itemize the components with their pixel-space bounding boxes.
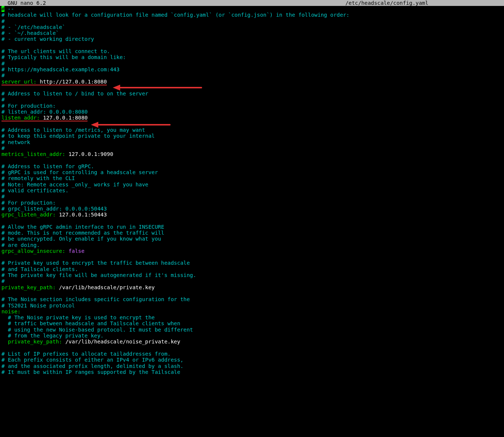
editor-line[interactable] — [1, 157, 503, 163]
comment-text: # The Noise private key is used to encry… — [1, 314, 155, 320]
editor-line[interactable]: # — [1, 97, 503, 102]
editor-line[interactable]: # Note: Remote access _only_ works if yo… — [1, 182, 503, 187]
editor-line[interactable]: # and the associated prefix length, deli… — [1, 363, 503, 369]
editor-line[interactable]: private_key_path: /var/lib/headscale/pri… — [1, 284, 503, 290]
editor-line[interactable]: # The Noise section includes specific co… — [1, 296, 503, 302]
editor-line[interactable]: # grpc_listen_addr: 0.0.0.0:50443 — [1, 206, 503, 212]
comment-text: # network — [1, 139, 30, 145]
comment-text: # grpc_listen_addr: 0.0.0.0:50443 — [1, 206, 107, 212]
comment-text: # listen_addr: 0.0.0.0:8080 — [1, 109, 88, 115]
editor-line[interactable]: # For production: — [1, 200, 503, 206]
editor-line[interactable]: # — [1, 278, 503, 284]
yaml-keyvalue: grpc_listen_addr: 127.0.0.1:50443 — [1, 212, 107, 218]
editor-line[interactable]: # The url clients will connect to. — [1, 48, 503, 54]
comment-text: # The url clients will connect to. — [1, 48, 110, 54]
editor-line[interactable]: # headscale will look for a configuratio… — [1, 12, 503, 18]
editor-line[interactable]: # https://myheadscale.example.com:443 — [1, 66, 503, 72]
editor-line[interactable]: # TS2021 Noise protocol — [1, 303, 503, 309]
editor-line[interactable]: # Typically this will be a domain like: — [1, 54, 503, 60]
editor-line[interactable]: # remotely with the CLI — [1, 175, 503, 181]
editor-line[interactable]: # Address to listen to /metrics, you may… — [1, 127, 503, 133]
editor-line[interactable]: grpc_allow_insecure: false — [1, 248, 503, 254]
editor-line[interactable]: # It must be within IP ranges supported … — [1, 369, 503, 375]
comment-text: # — [1, 61, 5, 66]
editor-line[interactable]: # traffic between headscale and Tailscal… — [1, 320, 503, 326]
comment-text: # https://myheadscale.example.com:443 — [1, 66, 119, 72]
editor-line[interactable] — [1, 121, 503, 127]
editor-line[interactable]: # using the new Noise-based protocol. It… — [1, 327, 503, 333]
yaml-value-bool: false — [69, 248, 85, 254]
comment-text: # — [1, 18, 5, 24]
comment-text: # Address to listen to / bind to on the … — [1, 91, 148, 97]
nano-file-path: /etc/headscale/config.yaml — [345, 0, 428, 6]
comment-text: # It must be within IP ranges supported … — [1, 369, 180, 375]
editor-line[interactable]: # — [1, 61, 503, 66]
editor-line[interactable]: # List of IP prefixes to allocate tailad… — [1, 351, 503, 357]
yaml-key: listen_addr — [1, 115, 37, 121]
nano-editor-body[interactable]: # --# headscale will look for a configur… — [0, 6, 504, 375]
yaml-key: private_key_path — [1, 284, 53, 290]
comment-text: # Each prefix consists of either an IPv4… — [1, 357, 184, 363]
editor-line[interactable]: # mode. This is not recommended as the t… — [1, 230, 503, 236]
editor-line[interactable] — [1, 254, 503, 260]
editor-line[interactable]: # Private key used to encrypt the traffi… — [1, 260, 503, 266]
editor-line[interactable]: # - `/etc/headscale` — [1, 24, 503, 30]
comment-text: # — [1, 193, 5, 199]
editor-line[interactable]: # Allow the gRPC admin interface to run … — [1, 224, 503, 230]
editor-line[interactable]: metrics_listen_addr: 127.0.0.1:9090 — [1, 151, 503, 157]
comment-text: # — [1, 72, 5, 78]
editor-line[interactable]: # Address to listen for gRPC. — [1, 163, 503, 169]
editor-line[interactable]: # - current working directory — [1, 36, 503, 42]
editor-line[interactable]: # network — [1, 139, 503, 145]
editor-line[interactable]: # to keep this endpoint private to your … — [1, 133, 503, 139]
editor-line[interactable]: # Address to listen to / bind to on the … — [1, 91, 503, 97]
comment-text: # from the legacy private key. — [1, 333, 103, 339]
editor-line[interactable]: # gRPC is used for controlling a headsca… — [1, 169, 503, 175]
editor-line[interactable]: # The private key file will be autogener… — [1, 272, 503, 278]
editor-line[interactable]: # listen_addr: 0.0.0.0:8080 — [1, 109, 503, 115]
editor-line[interactable] — [1, 42, 503, 48]
editor-line[interactable]: # are doing. — [1, 242, 503, 248]
yaml-keyvalue: listen_addr: 127.0.0.1:8080 — [1, 115, 88, 121]
editor-line[interactable]: # - `~/.headscale` — [1, 30, 503, 36]
comment-text: # - `~/.headscale` — [1, 30, 59, 36]
editor-line[interactable]: listen_addr: 127.0.0.1:8080 — [1, 115, 503, 121]
comment-text: # and the associated prefix length, deli… — [1, 363, 184, 369]
comment-text: # — [1, 145, 5, 151]
editor-line[interactable]: # and Tailscale clients. — [1, 266, 503, 272]
editor-line[interactable]: grpc_listen_addr: 127.0.0.1:50443 — [1, 212, 503, 218]
comment-text: # Private key used to encrypt the traffi… — [1, 260, 190, 266]
editor-line[interactable]: # — [1, 18, 503, 24]
editor-line[interactable]: noise: — [1, 309, 503, 314]
editor-line[interactable]: # be unencrypted. Only enable if you kno… — [1, 236, 503, 242]
editor-line[interactable] — [1, 85, 503, 91]
yaml-value: 127.0.0.1:50443 — [59, 212, 107, 218]
yaml-key: private_key_path — [8, 339, 59, 345]
comment-text: # Address to listen to /metrics, you may… — [1, 127, 145, 133]
yaml-value: 127.0.0.1:9090 — [69, 151, 113, 157]
comment-text: # The private key file will be autogener… — [1, 272, 196, 278]
editor-line[interactable]: private_key_path: /var/lib/headscale/noi… — [1, 339, 503, 345]
editor-line[interactable]: # For production: — [1, 103, 503, 109]
editor-line[interactable]: server_url: http://127.0.0.1:8080 — [1, 79, 503, 85]
editor-line[interactable]: # from the legacy private key. — [1, 333, 503, 339]
nano-titlebar: GNU nano 6.2 /etc/headscale/config.yaml — [0, 0, 504, 6]
comment-text: # mode. This is not recommended as the t… — [1, 230, 164, 236]
editor-line[interactable]: # — [1, 72, 503, 78]
editor-line[interactable] — [1, 345, 503, 351]
editor-line[interactable] — [1, 218, 503, 224]
editor-line[interactable]: # — [1, 145, 503, 151]
editor-line[interactable]: # The Noise private key is used to encry… — [1, 314, 503, 320]
nano-app-name: GNU nano 6.2 — [4, 0, 46, 6]
yaml-value: http://127.0.0.1:8080 — [40, 79, 107, 85]
yaml-keyvalue: private_key_path: /var/lib/headscale/noi… — [1, 339, 180, 345]
comment-text: # — [1, 278, 5, 284]
yaml-key: grpc_listen_addr — [1, 212, 53, 218]
editor-line[interactable]: # Each prefix consists of either an IPv4… — [1, 357, 503, 363]
editor-line[interactable]: # — [1, 193, 503, 199]
editor-line[interactable]: # valid certificates. — [1, 187, 503, 193]
editor-line[interactable] — [1, 290, 503, 296]
comment-text: # be unencrypted. Only enable if you kno… — [1, 236, 161, 242]
editor-line[interactable]: # -- — [1, 6, 503, 12]
comment-text: # TS2021 Noise protocol — [1, 303, 75, 309]
